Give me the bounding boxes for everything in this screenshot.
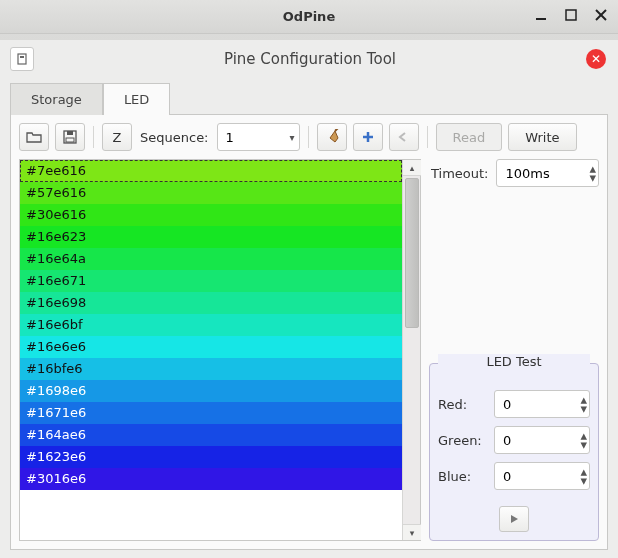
play-icon <box>509 514 519 524</box>
mid-area: #7ee616#57e616#30e616#16e623#16e64a#16e6… <box>19 159 599 541</box>
color-row[interactable]: #1671e6 <box>20 402 402 424</box>
svg-rect-5 <box>20 56 24 58</box>
color-row[interactable]: #16e6bf <box>20 314 402 336</box>
header-row: Pine Configuration Tool ✕ <box>10 44 608 74</box>
led-test-label: Blue: <box>438 469 488 484</box>
color-row[interactable]: #1623e6 <box>20 446 402 468</box>
arrow-left-icon <box>397 131 411 143</box>
scroll-down-button[interactable]: ▾ <box>403 524 421 540</box>
timeout-row: Timeout: 100ms ▴▾ <box>429 159 599 187</box>
app-window: OdPine Pine Configuration Tool ✕ Storage… <box>0 0 618 558</box>
color-row[interactable]: #164ae6 <box>20 424 402 446</box>
scroll-up-button[interactable]: ▴ <box>403 160 421 176</box>
led-test-label: Red: <box>438 397 488 412</box>
separator <box>308 126 309 148</box>
led-test-row: Blue:0▴▾ <box>438 462 590 490</box>
timeout-value: 100ms <box>505 166 589 181</box>
led-test-label: Green: <box>438 433 488 448</box>
led-test-spinner[interactable]: 0▴▾ <box>494 462 590 490</box>
led-test-legend: LED Test <box>438 354 590 369</box>
detach-button[interactable] <box>10 47 34 71</box>
timeout-label: Timeout: <box>429 166 490 181</box>
side-panel: Timeout: 100ms ▴▾ LED Test Red:0▴▾Green:… <box>429 159 599 541</box>
led-panel: Z Sequence: 1 ▾ Read Write <box>10 115 608 550</box>
separator <box>93 126 94 148</box>
broom-icon <box>324 129 340 145</box>
write-button[interactable]: Write <box>508 123 576 151</box>
timeout-spinner[interactable]: 100ms ▴▾ <box>496 159 599 187</box>
sequence-label: Sequence: <box>138 130 211 145</box>
tab-storage[interactable]: Storage <box>10 83 103 115</box>
window-controls <box>530 4 612 26</box>
z-label: Z <box>113 130 122 145</box>
back-button[interactable] <box>389 123 419 151</box>
color-row[interactable]: #16e671 <box>20 270 402 292</box>
spinner-buttons[interactable]: ▴▾ <box>580 431 587 449</box>
plus-icon <box>361 130 375 144</box>
save-button[interactable] <box>55 123 85 151</box>
color-row[interactable]: #16e698 <box>20 292 402 314</box>
color-row[interactable]: #7ee616 <box>20 160 402 182</box>
toolbar: Z Sequence: 1 ▾ Read Write <box>19 123 599 151</box>
minimize-button[interactable] <box>530 4 552 26</box>
svg-rect-1 <box>566 10 576 20</box>
led-test-value: 0 <box>503 397 580 412</box>
led-test-row: Green:0▴▾ <box>438 426 590 454</box>
scrollbar[interactable]: ▴ ▾ <box>402 160 420 540</box>
svg-line-9 <box>335 129 338 131</box>
page-title: Pine Configuration Tool <box>34 50 586 68</box>
content-area: Pine Configuration Tool ✕ Storage LED Z … <box>0 34 618 558</box>
led-test-play-button[interactable] <box>499 506 529 532</box>
tab-bar: Storage LED <box>10 82 608 115</box>
color-row[interactable]: #57e616 <box>20 182 402 204</box>
color-row[interactable]: #16bfe6 <box>20 358 402 380</box>
color-row[interactable]: #1698e6 <box>20 380 402 402</box>
led-test-group: LED Test Red:0▴▾Green:0▴▾Blue:0▴▾ <box>429 363 599 541</box>
color-row[interactable]: #16e6e6 <box>20 336 402 358</box>
svg-rect-7 <box>67 131 73 135</box>
folder-open-icon <box>26 130 42 144</box>
led-test-value: 0 <box>503 433 580 448</box>
color-row[interactable]: #30e616 <box>20 204 402 226</box>
spinner-buttons[interactable]: ▴▾ <box>580 467 587 485</box>
detach-icon <box>15 52 29 66</box>
sequence-value: 1 <box>226 130 282 145</box>
spinner-buttons[interactable]: ▴▾ <box>589 164 596 182</box>
open-button[interactable] <box>19 123 49 151</box>
color-row[interactable]: #3016e6 <box>20 468 402 490</box>
titlebar: OdPine <box>0 0 618 34</box>
led-test-spinner[interactable]: 0▴▾ <box>494 426 590 454</box>
scroll-thumb[interactable] <box>405 178 419 328</box>
window-close-button[interactable] <box>590 4 612 26</box>
add-button[interactable] <box>353 123 383 151</box>
window-title: OdPine <box>283 9 335 24</box>
chevron-down-icon: ▾ <box>290 132 295 143</box>
led-test-row: Red:0▴▾ <box>438 390 590 418</box>
read-button[interactable]: Read <box>436 123 503 151</box>
panel-close-button[interactable]: ✕ <box>586 49 606 69</box>
separator <box>427 126 428 148</box>
maximize-button[interactable] <box>560 4 582 26</box>
led-test-value: 0 <box>503 469 580 484</box>
color-row[interactable]: #16e64a <box>20 248 402 270</box>
tab-led[interactable]: LED <box>103 83 170 115</box>
color-list-wrap: #7ee616#57e616#30e616#16e623#16e64a#16e6… <box>19 159 421 541</box>
sequence-select[interactable]: 1 ▾ <box>217 123 300 151</box>
floppy-icon <box>63 130 77 144</box>
clear-button[interactable] <box>317 123 347 151</box>
spinner-buttons[interactable]: ▴▾ <box>580 395 587 413</box>
color-row[interactable]: #16e623 <box>20 226 402 248</box>
color-list[interactable]: #7ee616#57e616#30e616#16e623#16e64a#16e6… <box>20 160 402 540</box>
svg-rect-8 <box>66 138 74 142</box>
led-test-spinner[interactable]: 0▴▾ <box>494 390 590 418</box>
svg-marker-12 <box>511 515 518 523</box>
svg-rect-4 <box>18 54 26 64</box>
z-button[interactable]: Z <box>102 123 132 151</box>
